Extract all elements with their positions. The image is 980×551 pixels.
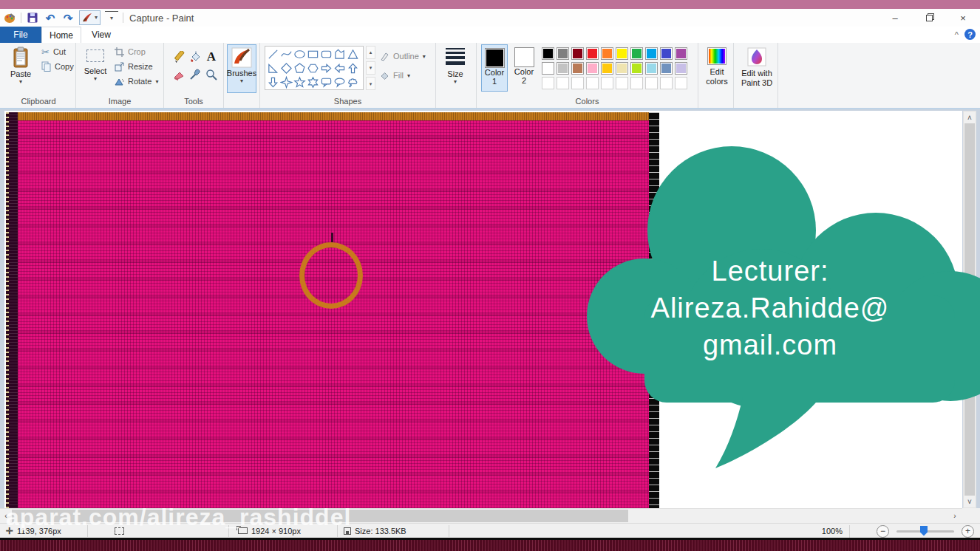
shape-arrow-left[interactable] <box>333 61 346 75</box>
palette-swatch-1-4[interactable] <box>601 47 613 60</box>
magnifier-tool-button[interactable] <box>204 66 219 83</box>
shape-rectangle[interactable] <box>306 47 319 61</box>
cut-button[interactable]: ✂ Cut <box>41 44 74 59</box>
tab-view[interactable]: View <box>81 27 121 43</box>
palette-empty-slot[interactable] <box>675 77 687 89</box>
undo-icon[interactable]: ↶ <box>44 11 57 24</box>
palette-swatch-2-7[interactable] <box>645 62 658 75</box>
palette-swatch-1-6[interactable] <box>630 47 643 60</box>
palette-swatch-2-6[interactable] <box>630 62 643 75</box>
shape-arrow-right[interactable] <box>319 61 333 75</box>
shape-star-5[interactable] <box>293 75 306 89</box>
palette-swatch-1-3[interactable] <box>586 47 599 60</box>
shapes-scroll-down-icon[interactable]: ▾ <box>366 61 375 75</box>
minimize-button[interactable]: – <box>878 9 912 27</box>
palette-swatch-1-9[interactable] <box>675 47 687 60</box>
tab-home[interactable]: Home <box>41 27 81 43</box>
shape-callout-oval[interactable] <box>333 75 346 89</box>
paint-logo-icon[interactable] <box>3 11 16 24</box>
shape-callout-rounded[interactable] <box>319 75 333 89</box>
palette-empty-slot[interactable] <box>571 77 584 89</box>
palette-swatch-1-8[interactable] <box>660 47 673 60</box>
crop-button[interactable]: Crop <box>115 44 158 59</box>
palette-swatch-1-7[interactable] <box>645 47 658 60</box>
shape-right-triangle[interactable] <box>266 61 279 75</box>
palette-swatch-2-2[interactable] <box>571 62 584 75</box>
zoom-out-button[interactable]: − <box>877 525 889 538</box>
palette-empty-slot[interactable] <box>586 77 599 89</box>
pink-texture-image[interactable] <box>6 112 659 508</box>
collapse-ribbon-icon[interactable]: ^ <box>955 30 959 39</box>
customize-qat-icon[interactable]: ▾ <box>105 11 118 24</box>
palette-swatch-1-1[interactable] <box>557 47 569 60</box>
palette-swatch-2-1[interactable] <box>557 62 569 75</box>
shape-rounded-rectangle[interactable] <box>319 47 333 61</box>
select-button[interactable]: Select ▾ <box>81 44 110 93</box>
zoom-slider-thumb[interactable] <box>920 526 928 536</box>
color-picker-tool-button[interactable] <box>188 66 203 83</box>
color2-swatch <box>514 47 534 67</box>
palette-empty-slot[interactable] <box>542 77 554 89</box>
palette-swatch-2-4[interactable] <box>601 62 613 75</box>
palette-empty-slot[interactable] <box>601 77 613 89</box>
shape-star-4[interactable] <box>279 75 293 89</box>
tab-file[interactable]: File <box>0 27 41 43</box>
palette-swatch-1-2[interactable] <box>571 47 584 60</box>
qat-brush-tool-button[interactable]: ▾ <box>79 10 101 25</box>
shape-pentagon[interactable] <box>293 61 306 75</box>
fill-button[interactable]: Fill ▾ <box>380 68 426 83</box>
resize-button[interactable]: Resize <box>115 59 158 74</box>
shape-arrow-down[interactable] <box>266 75 279 89</box>
shape-triangle[interactable] <box>346 47 359 61</box>
shape-callout-cloud[interactable] <box>346 75 359 89</box>
shape-ellipse[interactable] <box>293 47 306 61</box>
edit-with-paint3d-button[interactable]: Edit with Paint 3D <box>738 43 775 92</box>
fill-tool-button[interactable] <box>188 49 203 65</box>
text-tool-button[interactable]: A <box>204 49 219 65</box>
vertical-scrollbar-thumb[interactable] <box>964 123 975 496</box>
shape-curve[interactable] <box>279 47 293 61</box>
palette-empty-slot[interactable] <box>557 77 569 89</box>
eraser-tool-button[interactable] <box>171 66 186 83</box>
palette-empty-slot[interactable] <box>645 77 658 89</box>
shape-hexagon[interactable] <box>306 61 319 75</box>
edit-colors-button[interactable]: Edit colors <box>703 43 731 92</box>
redo-icon[interactable]: ↷ <box>61 11 75 24</box>
palette-swatch-2-9[interactable] <box>675 62 687 75</box>
close-button[interactable]: × <box>946 9 980 27</box>
shapes-scroll-up-icon[interactable]: ▴ <box>366 46 375 59</box>
shape-arrow-up[interactable] <box>346 61 359 75</box>
vertical-scrollbar[interactable]: ˄ ˅ <box>963 111 976 508</box>
rotate-button[interactable]: Rotate ▾ <box>115 74 158 89</box>
help-icon[interactable]: ? <box>964 29 976 40</box>
shape-polygon[interactable] <box>333 47 346 61</box>
color1-button[interactable]: Color 1 <box>481 44 508 92</box>
copy-button[interactable]: Copy <box>41 59 74 74</box>
palette-swatch-2-5[interactable] <box>616 62 628 75</box>
brushes-button[interactable]: Brushes ▾ <box>227 44 256 93</box>
paste-button[interactable]: Paste ▾ <box>6 44 35 93</box>
outline-button[interactable]: Outline ▾ <box>380 49 426 64</box>
save-icon[interactable] <box>26 11 39 24</box>
palette-swatch-1-5[interactable] <box>616 47 628 60</box>
color2-button[interactable]: Color 2 <box>511 44 537 92</box>
scroll-down-icon[interactable]: ˅ <box>964 496 976 507</box>
shape-star-6[interactable] <box>306 75 319 89</box>
palette-empty-slot[interactable] <box>630 77 643 89</box>
scroll-right-icon[interactable]: › <box>949 510 961 521</box>
palette-swatch-2-0[interactable] <box>542 62 554 75</box>
palette-empty-slot[interactable] <box>660 77 673 89</box>
restore-button[interactable] <box>912 9 946 27</box>
zoom-slider[interactable] <box>896 530 954 533</box>
pencil-tool-button[interactable] <box>171 49 186 65</box>
palette-swatch-2-8[interactable] <box>660 62 673 75</box>
palette-swatch-2-3[interactable] <box>586 62 599 75</box>
palette-swatch-1-0[interactable] <box>542 47 554 60</box>
shape-line[interactable] <box>266 47 279 61</box>
size-button[interactable]: Size ▾ <box>440 43 470 92</box>
palette-empty-slot[interactable] <box>616 77 628 89</box>
shape-diamond[interactable] <box>279 61 293 75</box>
scroll-up-icon[interactable]: ˄ <box>964 112 976 123</box>
zoom-in-button[interactable]: + <box>962 525 974 538</box>
shapes-more-icon[interactable]: ▾ <box>366 77 375 90</box>
